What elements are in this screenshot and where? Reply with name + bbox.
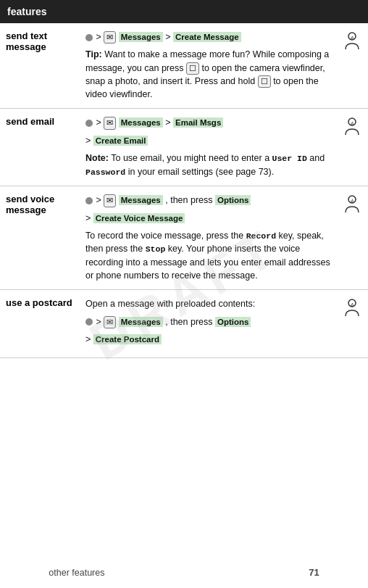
feature-desc-send-voice: > ✉ Messages , then press Options > Crea… (80, 186, 336, 290)
nav-arrow1-e: > (96, 117, 104, 128)
dot-menu-icon-4 (85, 318, 93, 326)
nav-arrow-v3: > (85, 213, 93, 223)
nav-arrow-p3: > (85, 334, 93, 344)
camera-icon-kbd: ☐ (186, 62, 199, 75)
table-row: use a postcard Open a message with prelo… (0, 290, 368, 358)
feature-name-postcard: use a postcard (0, 290, 80, 358)
dot-menu-icon-2 (85, 120, 93, 127)
feature-desc-send-text: > ✉ Messages > Create Message Tip: Want … (80, 23, 336, 109)
nav-messages-4: Messages (119, 317, 163, 327)
person-icon-cell-2: A (336, 109, 368, 186)
password-mono: Password (85, 167, 125, 177)
page-footer: other features 71 (0, 560, 368, 588)
nav-instruction-postcard: > ✉ Messages , then press Options (85, 315, 330, 328)
nav-instruction-email2: > Create Email (85, 134, 330, 147)
person-icon-4: A (342, 297, 362, 318)
table-header-row: features (0, 0, 368, 23)
tip-label: Tip: (85, 49, 102, 59)
user-id-mono: User ID (272, 154, 307, 163)
messages-icon-2: ✉ (104, 117, 116, 129)
svg-text:A: A (350, 121, 354, 126)
nav-messages: Messages (119, 32, 163, 42)
voice-body1: To record the voice message, press the (85, 231, 246, 241)
nav-messages-2: Messages (119, 117, 163, 128)
note-body2: in your email settings (see page 73). (128, 167, 275, 177)
note-label: Note: (85, 153, 109, 163)
messages-icon-3: ✉ (104, 194, 116, 207)
person-icon-3: A (342, 194, 362, 214)
nav-sep-p2: , then press (165, 317, 215, 327)
nav-sep-e2: > (165, 117, 173, 128)
note-body: To use email, you might need to enter a (111, 153, 272, 163)
nav-sep1: > (165, 32, 173, 42)
nav-options-1: Options (215, 195, 251, 205)
main-table-wrapper: features send textmessage > ✉ Messages >… (0, 0, 368, 560)
nav-create-email: Create Email (93, 136, 149, 146)
postcard-body1: Open a message with preloaded contents: (85, 297, 330, 310)
note-text: Note: To use email, you might need to en… (85, 152, 330, 178)
record-key: Record (246, 231, 276, 241)
voice-body: To record the voice message, press the R… (85, 229, 330, 283)
camera-icon-kbd2: ☐ (258, 75, 271, 88)
table-row: send email > ✉ Messages > Email Msgs > C… (0, 109, 368, 186)
nav-arrow-e3: > (85, 136, 93, 146)
nav-instruction-voice: > ✉ Messages , then press Options (85, 194, 330, 207)
nav-instruction: > ✉ Messages > Create Message (85, 30, 330, 44)
nav-instruction-email: > ✉ Messages > Email Msgs (85, 116, 330, 129)
messages-icon: ✉ (104, 31, 116, 44)
feature-name-send-voice: send voicemessage (0, 186, 80, 290)
person-icon-cell-1: A (336, 23, 368, 109)
svg-text:A: A (350, 199, 354, 204)
svg-text:A: A (350, 302, 354, 307)
nav-options-2: Options (215, 317, 251, 327)
features-table: features send textmessage > ✉ Messages >… (0, 0, 368, 358)
nav-messages-3: Messages (119, 195, 163, 205)
table-row: send voicemessage > ✉ Messages , then pr… (0, 186, 368, 290)
nav-create-postcard: Create Postcard (93, 334, 162, 344)
svg-text:A: A (350, 36, 354, 41)
feature-desc-postcard: Open a message with preloaded contents: … (80, 290, 336, 358)
messages-icon-4: ✉ (104, 316, 116, 328)
nav-sep-v2: , then press (165, 195, 215, 205)
nav-arrow1-p: > (96, 317, 104, 327)
feature-name-send-text: send textmessage (0, 23, 80, 109)
nav-arrow1-v: > (96, 195, 104, 205)
stop-key: Stop (146, 244, 166, 254)
footer-text: other features (49, 568, 104, 578)
nav-arrow1: > (96, 32, 104, 42)
nav-create-message: Create Message (173, 32, 241, 42)
nav-instruction-postcard2: > Create Postcard (85, 333, 330, 346)
table-header-label: features (0, 0, 368, 23)
person-icon-1: A (342, 30, 362, 51)
feature-desc-send-email: > ✉ Messages > Email Msgs > Create Email… (80, 109, 336, 186)
feature-name-send-email: send email (0, 109, 80, 186)
nav-email-msgs: Email Msgs (173, 117, 223, 128)
nav-instruction-voice2: > Create Voice Message (85, 212, 330, 225)
person-icon-2: A (342, 116, 362, 136)
dot-menu-icon-3 (85, 197, 93, 204)
tip-text: Tip: Want to make a message more fun? Wh… (85, 48, 330, 101)
person-icon-cell-4: A (336, 290, 368, 358)
footer-page: 71 (309, 567, 319, 578)
table-row: send textmessage > ✉ Messages > Create M… (0, 23, 368, 109)
nav-create-voice: Create Voice Message (93, 213, 185, 223)
and-text: and (309, 153, 325, 163)
dot-menu-icon (85, 34, 93, 41)
person-icon-cell-3: A (336, 186, 368, 290)
